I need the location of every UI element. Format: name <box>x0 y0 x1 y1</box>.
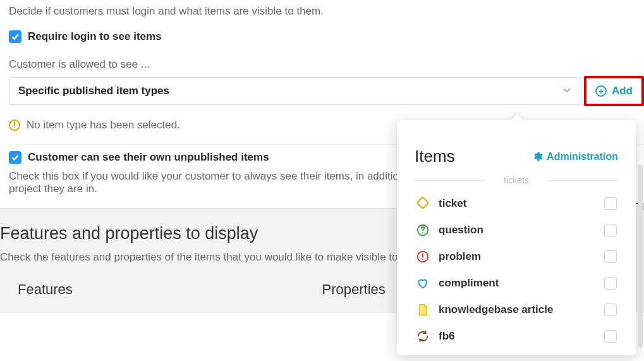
popover-caret <box>509 114 525 121</box>
problem-icon <box>416 250 430 264</box>
item-row-problem[interactable]: problem <box>415 243 618 270</box>
ticket-icon <box>416 197 430 211</box>
intro-text: Decide if customers must login and what … <box>9 5 644 18</box>
item-row-fb6[interactable]: fb6 <box>415 323 618 350</box>
item-label: problem <box>439 250 595 263</box>
item-label: compliment <box>439 277 595 290</box>
item-row-question[interactable]: question <box>415 217 618 243</box>
item-label: fb6 <box>439 330 595 343</box>
allowed-see-label: Customer is allowed to see ... <box>9 58 644 71</box>
sync-icon <box>416 329 430 343</box>
item-label: question <box>439 224 595 236</box>
item-row-kb[interactable]: knowledgebase article <box>415 297 618 323</box>
checkbox-checked-icon <box>9 151 21 164</box>
features-col-header: Features <box>0 281 322 298</box>
administration-link[interactable]: Administration <box>532 151 618 162</box>
scrollbar[interactable] <box>638 164 643 348</box>
item-label: knowledgebase article <box>439 303 595 316</box>
group-divider: tickets <box>415 175 618 185</box>
item-checkbox[interactable] <box>604 277 617 290</box>
item-checkbox[interactable] <box>604 197 617 210</box>
plus-circle-icon: + <box>595 85 607 97</box>
item-row-ticket[interactable]: ticket <box>415 190 618 217</box>
svg-point-2 <box>422 232 423 233</box>
add-button[interactable]: + Add <box>584 76 644 106</box>
own-items-label: Customer can see their own unpublished i… <box>28 151 269 164</box>
svg-rect-0 <box>417 197 428 209</box>
warning-icon <box>9 119 20 131</box>
item-row-compliment[interactable]: compliment <box>415 270 618 297</box>
question-icon <box>416 223 430 237</box>
compliment-icon <box>416 276 430 290</box>
item-label: ticket <box>439 197 595 210</box>
add-label: Add <box>612 85 633 97</box>
items-popover: Items Administration tickets ticket ques… <box>397 120 636 355</box>
require-login-label: Require login to see items <box>28 30 162 43</box>
item-type-select[interactable]: Specific published item types <box>9 77 581 105</box>
require-login-row[interactable]: Require login to see items <box>9 30 644 43</box>
item-checkbox[interactable] <box>604 330 617 343</box>
checkbox-checked-icon <box>9 30 21 43</box>
item-checkbox[interactable] <box>604 303 617 316</box>
item-checkbox[interactable] <box>604 250 617 263</box>
gear-icon <box>532 151 543 162</box>
popover-title: Items <box>415 147 455 166</box>
chevron-down-icon <box>562 85 572 98</box>
administration-label: Administration <box>547 151 618 162</box>
select-value: Specific published item types <box>18 85 169 97</box>
svg-point-4 <box>422 259 423 260</box>
kb-icon <box>416 303 430 317</box>
warning-text: No item type has been selected. <box>27 119 180 132</box>
item-checkbox[interactable] <box>604 224 617 236</box>
